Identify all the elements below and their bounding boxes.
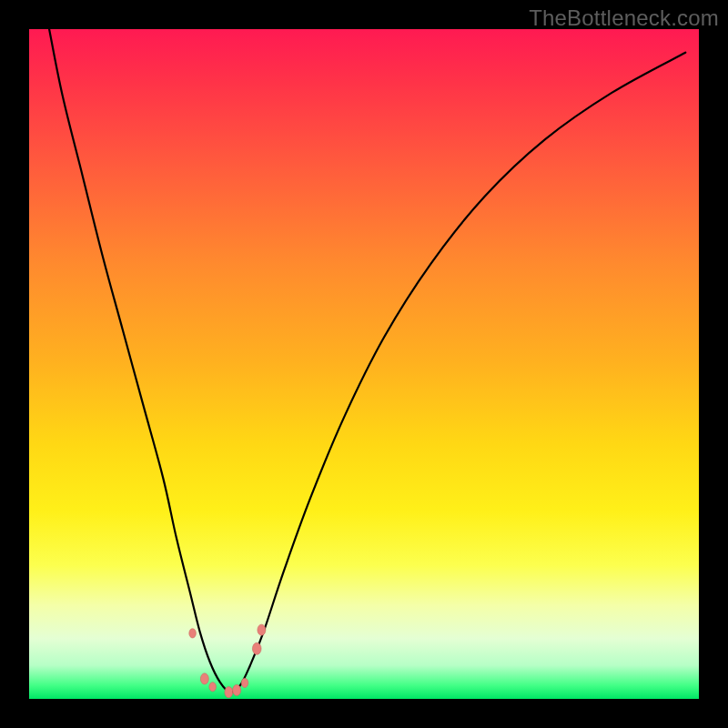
chart-frame: TheBottleneck.com (0, 0, 728, 728)
bottleneck-curve (29, 29, 699, 699)
data-marker (225, 687, 233, 698)
data-marker (252, 642, 261, 654)
data-marker (241, 678, 248, 687)
data-marker (189, 629, 197, 638)
data-marker (233, 684, 241, 695)
data-marker (200, 673, 208, 684)
data-marker (209, 682, 217, 692)
data-marker (258, 624, 266, 635)
plot-area (29, 29, 699, 699)
watermark-text: TheBottleneck.com (529, 5, 719, 31)
